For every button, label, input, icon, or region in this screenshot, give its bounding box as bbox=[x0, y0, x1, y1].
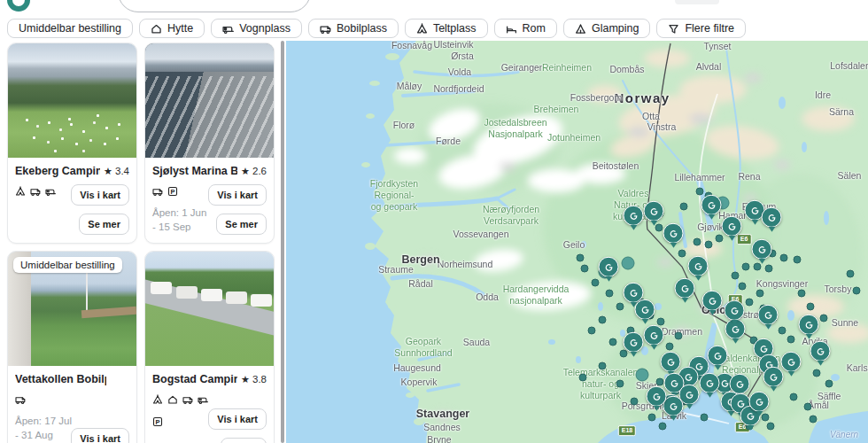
map-pin[interactable] bbox=[599, 257, 619, 277]
map-dot-marker[interactable] bbox=[804, 403, 812, 411]
map-pin[interactable] bbox=[702, 291, 723, 311]
map-pin[interactable] bbox=[763, 367, 784, 387]
map-dot-marker[interactable] bbox=[780, 254, 788, 262]
map-dot-marker[interactable] bbox=[599, 316, 607, 324]
show-on-map-button[interactable]: Vis i kart bbox=[208, 408, 267, 430]
map-pin[interactable] bbox=[635, 299, 655, 320]
map-dot-marker[interactable] bbox=[631, 398, 639, 406]
rv-icon bbox=[152, 184, 163, 200]
filter-chip-0[interactable]: Umiddelbar bestilling bbox=[7, 19, 133, 38]
list-scrollbar[interactable] bbox=[281, 41, 284, 443]
map-pin[interactable] bbox=[725, 300, 745, 321]
map-dot-marker[interactable] bbox=[599, 362, 607, 370]
map-pin[interactable] bbox=[644, 325, 664, 346]
map-pin[interactable] bbox=[758, 305, 779, 325]
map-pin[interactable] bbox=[708, 346, 728, 366]
map-dot-marker[interactable] bbox=[779, 327, 787, 335]
filter-chip-2[interactable]: Vognplass bbox=[211, 19, 302, 38]
filter-chip-5[interactable]: Rom bbox=[494, 19, 557, 38]
map-dot-marker[interactable] bbox=[675, 332, 683, 340]
map-pin[interactable] bbox=[675, 278, 695, 299]
map-dot-marker[interactable] bbox=[732, 272, 740, 280]
map-pin[interactable] bbox=[762, 207, 782, 228]
map-pin[interactable] bbox=[663, 223, 684, 244]
map-dot-marker[interactable] bbox=[742, 263, 750, 271]
map-dot-marker[interactable] bbox=[739, 283, 747, 291]
map-dot-marker[interactable] bbox=[746, 299, 754, 307]
map-dot-marker[interactable] bbox=[756, 290, 764, 298]
map-dot-marker[interactable] bbox=[648, 414, 656, 422]
map-dot-marker[interactable] bbox=[609, 338, 617, 346]
see-more-button[interactable]: Se mer bbox=[216, 214, 267, 235]
map-dot-marker[interactable] bbox=[577, 254, 585, 262]
map-dot-marker[interactable] bbox=[616, 303, 624, 311]
map-dot-marker[interactable] bbox=[696, 188, 704, 196]
listing-card[interactable]: Umiddelbar bestilling Vettakollen Bobilp… bbox=[7, 251, 137, 443]
map-dot-marker[interactable] bbox=[592, 279, 600, 287]
map-dot-marker[interactable] bbox=[588, 327, 596, 335]
map-pin[interactable] bbox=[647, 386, 667, 407]
map-pin[interactable] bbox=[624, 206, 644, 226]
listing-card[interactable]: Bogstad Camping ... ★ 3.8 P Vis i kart bbox=[144, 251, 275, 443]
map-pin[interactable] bbox=[661, 352, 681, 372]
map-dot-marker[interactable] bbox=[853, 287, 861, 295]
show-on-map-button[interactable]: Vis i kart bbox=[71, 428, 129, 443]
norway-map[interactable]: NorwayFosnavågUlsteinvikØrstaVoldaGeiran… bbox=[286, 41, 868, 443]
map-dot-marker[interactable] bbox=[678, 250, 686, 258]
map-dot-marker[interactable] bbox=[825, 380, 833, 388]
map-dot-marker[interactable] bbox=[620, 350, 628, 358]
see-more-button-partial[interactable] bbox=[221, 438, 267, 443]
map-dot-marker[interactable] bbox=[581, 265, 589, 273]
map-dot-marker[interactable] bbox=[680, 203, 688, 211]
map-dot-marker[interactable] bbox=[807, 303, 815, 311]
map-dot-marker[interactable] bbox=[705, 241, 713, 249]
map-dot-marker[interactable] bbox=[794, 256, 802, 264]
map-cluster-marker[interactable] bbox=[636, 369, 649, 382]
show-on-map-button[interactable]: Vis i kart bbox=[71, 184, 129, 206]
map-pin[interactable] bbox=[701, 195, 722, 215]
filter-chip-1[interactable]: Hytte bbox=[139, 19, 205, 38]
map-dot-marker[interactable] bbox=[787, 336, 795, 344]
map-pin[interactable] bbox=[752, 239, 772, 260]
listing-card[interactable]: Ekeberg Camping ★ 3.4 Vis i kart Se mer bbox=[7, 43, 137, 244]
map-dot-marker[interactable] bbox=[798, 290, 806, 298]
search-input[interactable] bbox=[119, 0, 310, 12]
map-pin[interactable] bbox=[722, 216, 742, 237]
filter-chip-7[interactable]: Flere filtre bbox=[656, 19, 746, 38]
brand-logo[interactable] bbox=[7, 0, 30, 12]
map-dot-marker[interactable] bbox=[790, 393, 798, 401]
map-dot-marker[interactable] bbox=[810, 416, 818, 424]
map-pin[interactable] bbox=[781, 352, 802, 372]
map-pin[interactable] bbox=[688, 256, 709, 276]
map-dot-marker[interactable] bbox=[716, 235, 724, 243]
map-dot-marker[interactable] bbox=[656, 378, 664, 386]
map-pin[interactable] bbox=[799, 315, 819, 335]
map-dot-marker[interactable] bbox=[616, 380, 624, 388]
filter-chip-4[interactable]: Teltplass bbox=[405, 19, 488, 38]
map-pin[interactable] bbox=[700, 373, 720, 393]
map-pin[interactable] bbox=[810, 341, 831, 361]
map-pin[interactable] bbox=[749, 392, 770, 412]
map-dot-marker[interactable] bbox=[579, 374, 587, 382]
see-more-button[interactable]: Se mer bbox=[79, 214, 129, 235]
map-dot-marker[interactable] bbox=[657, 318, 665, 326]
map-dot-marker[interactable] bbox=[606, 290, 614, 298]
map-dot-marker[interactable] bbox=[666, 343, 674, 351]
map-dot-marker[interactable] bbox=[701, 414, 709, 422]
map-cluster-marker[interactable] bbox=[622, 257, 635, 270]
map-dot-marker[interactable] bbox=[659, 423, 667, 431]
map-dot-marker[interactable] bbox=[767, 423, 775, 431]
map-pin[interactable] bbox=[624, 332, 644, 353]
map-dot-marker[interactable] bbox=[765, 265, 773, 273]
filter-chip-3[interactable]: Bobilplass bbox=[308, 19, 399, 38]
map-dot-marker[interactable] bbox=[847, 270, 855, 278]
map-dot-marker[interactable] bbox=[820, 315, 828, 323]
show-on-map-button[interactable]: Vis i kart bbox=[208, 184, 267, 206]
map-dot-marker[interactable] bbox=[694, 238, 701, 246]
header-button-partial[interactable] bbox=[675, 0, 719, 4]
map-pin[interactable] bbox=[644, 201, 664, 222]
map-dot-marker[interactable] bbox=[813, 369, 821, 377]
filter-chip-6[interactable]: Glamping bbox=[563, 19, 651, 38]
listing-card[interactable]: Sjølyst Marina Bo... ★ 2.6 P Åpen: 1 Jun… bbox=[144, 43, 275, 244]
search-bar[interactable] bbox=[118, 0, 311, 12]
